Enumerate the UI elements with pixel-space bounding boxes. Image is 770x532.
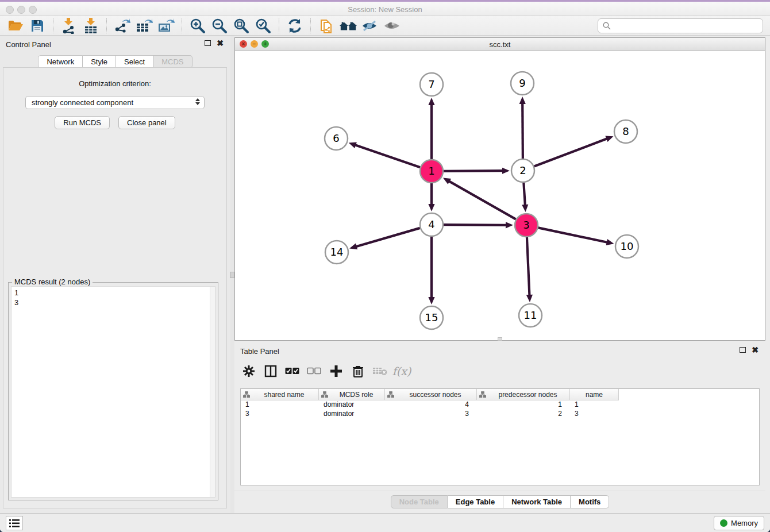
divider-handle-icon[interactable] xyxy=(230,272,234,278)
search-box[interactable] xyxy=(598,18,763,33)
memory-button[interactable]: Memory xyxy=(714,516,764,530)
edge-3-1[interactable] xyxy=(449,181,516,219)
export-image-icon[interactable] xyxy=(157,17,175,34)
zoom-in-icon[interactable] xyxy=(188,17,207,34)
edge-4-3[interactable] xyxy=(444,225,507,225)
network-window-titlebar[interactable]: ×−+ scc.txt xyxy=(235,38,765,51)
panel-divider[interactable] xyxy=(230,36,234,513)
column-header-shared-name[interactable]: shared name xyxy=(241,389,319,400)
show-graphics-details-icon[interactable] xyxy=(383,17,401,34)
table-cell[interactable]: 1 xyxy=(477,400,570,410)
edge-1-2[interactable] xyxy=(444,171,503,171)
open-file-icon[interactable] xyxy=(6,17,25,34)
refresh-view-icon[interactable] xyxy=(286,17,304,34)
delete-table-icon[interactable] xyxy=(372,364,387,379)
table-cell[interactable]: 4 xyxy=(385,400,477,410)
close-table-panel-icon[interactable]: ✖ xyxy=(752,347,759,353)
graph-node-4[interactable]: 4 xyxy=(420,213,443,236)
edge-arrow-2-9 xyxy=(519,97,526,104)
table-cell[interactable]: dominator xyxy=(319,410,385,419)
graph-node-14[interactable]: 14 xyxy=(325,241,348,264)
table-cell[interactable]: 2 xyxy=(477,410,570,419)
graph-node-1[interactable]: 1 xyxy=(420,160,443,183)
graph-node-11[interactable]: 11 xyxy=(519,304,542,327)
duplicate-network-icon[interactable] xyxy=(317,17,336,34)
zoom-selected-icon[interactable] xyxy=(254,17,272,34)
control-tab-style[interactable]: Style xyxy=(83,55,116,68)
delete-column-icon[interactable] xyxy=(351,364,365,379)
edge-4-14[interactable] xyxy=(356,228,420,247)
table-row[interactable]: 1dominator411 xyxy=(241,400,759,410)
edge-2-9[interactable] xyxy=(522,103,523,159)
graph-node-2[interactable]: 2 xyxy=(511,159,534,182)
search-input[interactable] xyxy=(614,21,758,30)
result-scrollbar[interactable] xyxy=(210,287,215,497)
graph-node-8[interactable]: 8 xyxy=(614,120,637,143)
edge-3-10[interactable] xyxy=(538,228,608,242)
save-session-icon[interactable] xyxy=(28,17,47,34)
table-tab-edge-table[interactable]: Edge Table xyxy=(448,495,503,508)
table-cell[interactable]: 3 xyxy=(570,410,619,419)
column-chooser-icon[interactable] xyxy=(263,364,278,379)
graph-node-9[interactable]: 9 xyxy=(511,72,534,95)
close-panel-button[interactable]: Close panel xyxy=(118,116,175,129)
add-column-icon[interactable] xyxy=(329,364,344,379)
export-table-icon[interactable] xyxy=(135,17,153,34)
edge-3-11[interactable] xyxy=(527,237,530,296)
hide-graphics-details-icon[interactable] xyxy=(361,17,379,34)
close-panel-icon[interactable]: ✖ xyxy=(217,40,224,46)
graph-node-6[interactable]: 6 xyxy=(325,127,348,150)
deselect-all-columns-icon[interactable] xyxy=(307,364,322,379)
select-all-columns-icon[interactable] xyxy=(285,364,300,379)
mcds-result-area[interactable]: 1 3 xyxy=(11,286,215,498)
control-tab-mcds[interactable]: MCDS xyxy=(153,55,192,68)
graph-node-7[interactable]: 7 xyxy=(420,73,443,96)
column-header-predecessor-nodes[interactable]: predecessor nodes xyxy=(477,389,570,400)
settings-gear-icon[interactable] xyxy=(241,364,256,379)
table-tab-motifs[interactable]: Motifs xyxy=(571,495,609,508)
float-panel-icon[interactable] xyxy=(205,40,211,46)
column-header-name[interactable]: name xyxy=(570,389,619,400)
edge-2-8[interactable] xyxy=(534,138,608,166)
table-cell[interactable]: 1 xyxy=(570,400,619,410)
select-stepper-icon xyxy=(195,98,200,105)
window-resize-handle[interactable] xyxy=(498,337,502,341)
edge-2-3[interactable] xyxy=(523,183,525,206)
edge-1-6[interactable] xyxy=(355,145,420,167)
table-cell[interactable]: 1 xyxy=(241,400,319,410)
table-tab-network-table[interactable]: Network Table xyxy=(503,495,571,508)
edge-arrow-4-3 xyxy=(506,222,513,228)
table-tab-node-table[interactable]: Node Table xyxy=(391,495,448,508)
export-network-icon[interactable] xyxy=(113,17,132,34)
run-mcds-button[interactable]: Run MCDS xyxy=(55,116,110,129)
control-tab-select[interactable]: Select xyxy=(116,55,153,68)
home-icon[interactable] xyxy=(339,17,357,34)
table-row[interactable]: 3dominator323 xyxy=(241,410,759,419)
task-history-button[interactable] xyxy=(6,516,23,530)
table-cell[interactable]: 3 xyxy=(385,410,477,419)
table-cell[interactable]: 3 xyxy=(241,410,319,419)
graph-node-3[interactable]: 3 xyxy=(515,214,538,237)
zoom-fit-icon[interactable] xyxy=(232,17,251,34)
svg-text:15: 15 xyxy=(425,311,438,323)
graph-node-15[interactable]: 15 xyxy=(420,306,443,329)
column-header-MCDS-role[interactable]: MCDS role xyxy=(319,389,385,400)
import-network-icon[interactable] xyxy=(60,17,78,34)
svg-text:8: 8 xyxy=(622,125,629,137)
import-table-icon[interactable] xyxy=(82,17,100,34)
toolbar-separator xyxy=(53,18,53,33)
edge-arrow-2-8 xyxy=(605,136,613,142)
table-cell[interactable]: dominator xyxy=(319,400,385,410)
network-view-window: ×−+ scc.txt 7968124314101511 xyxy=(234,37,765,341)
control-panel-tabs: NetworkStyleSelectMCDS xyxy=(0,55,230,68)
optimization-criterion-select[interactable]: strongly connected component xyxy=(25,96,205,109)
column-header-successor-nodes[interactable]: successor nodes xyxy=(385,389,477,400)
network-graph[interactable]: 7968124314101511 xyxy=(235,51,765,340)
control-tab-network[interactable]: Network xyxy=(38,55,83,68)
graph-node-10[interactable]: 10 xyxy=(615,235,638,258)
float-table-panel-icon[interactable] xyxy=(740,347,746,353)
zoom-out-icon[interactable] xyxy=(210,17,229,34)
function-builder-icon[interactable]: f(x) xyxy=(394,364,409,379)
network-canvas[interactable]: 7968124314101511 xyxy=(235,51,765,340)
node-table[interactable]: shared nameMCDS rolesuccessor nodesprede… xyxy=(240,388,760,485)
